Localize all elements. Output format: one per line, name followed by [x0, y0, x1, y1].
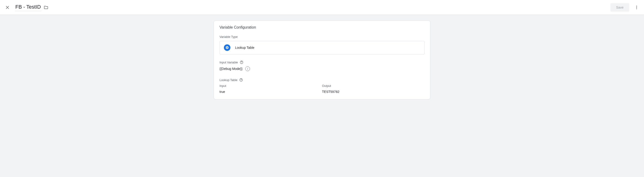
lookup-input-column: Input true	[220, 84, 322, 94]
svg-point-6	[242, 63, 242, 63]
variable-config-card: Variable Configuration Variable Type Loo…	[214, 20, 430, 99]
lookup-input-header: Input	[220, 84, 322, 88]
close-icon	[5, 5, 10, 10]
title-area: FB - TestID	[15, 3, 48, 11]
input-variable-value: {{Debug Mode}}	[220, 67, 242, 71]
help-icon	[240, 60, 244, 64]
close-button[interactable]	[3, 3, 12, 12]
input-variable-row: {{Debug Mode}} i	[220, 66, 424, 71]
folder-button[interactable]	[44, 5, 48, 10]
gear-icon	[225, 46, 229, 49]
input-variable-info[interactable]: i	[245, 66, 250, 71]
card-title: Variable Configuration	[220, 25, 424, 29]
lookup-output-column: Output TEST59782	[322, 84, 424, 94]
input-variable-label-row: Input Variable	[220, 60, 424, 64]
save-button[interactable]: Save	[610, 3, 629, 12]
stage: Variable Configuration Variable Type Loo…	[0, 15, 644, 105]
svg-point-3	[636, 7, 637, 8]
lookup-table: Input true Output TEST59782	[220, 84, 424, 94]
variable-type-selector[interactable]: Lookup Table	[220, 41, 424, 54]
lookup-output-header: Output	[322, 84, 424, 88]
lookup-input-value: true	[220, 90, 322, 94]
lookup-table-label: Lookup Table	[220, 78, 237, 82]
variable-type-label: Variable Type	[220, 35, 424, 38]
more-button[interactable]	[632, 3, 641, 12]
lookup-output-value: TEST59782	[322, 90, 424, 94]
lookup-table-label-row: Lookup Table	[220, 78, 424, 82]
help-icon	[239, 78, 243, 82]
more-vert-icon	[634, 5, 639, 10]
folder-icon	[44, 5, 48, 10]
svg-point-4	[636, 8, 637, 9]
dialog-header: FB - TestID Save	[0, 0, 644, 15]
variable-type-name: Lookup Table	[235, 46, 254, 49]
svg-point-2	[636, 5, 637, 6]
info-icon: i	[247, 67, 248, 70]
input-variable-help[interactable]	[240, 60, 244, 64]
variable-type-gear-badge	[224, 44, 230, 51]
page-title[interactable]: FB - TestID	[15, 3, 42, 11]
svg-point-8	[241, 81, 241, 81]
lookup-table-help[interactable]	[239, 78, 243, 82]
input-variable-label: Input Variable	[220, 61, 238, 64]
